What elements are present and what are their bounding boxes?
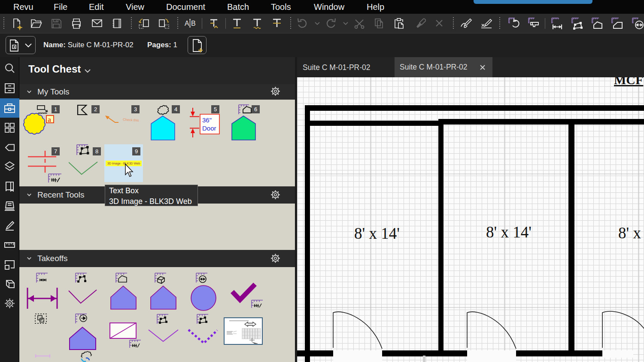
- svg-text:A: A: [185, 20, 189, 27]
- svg-text:B: B: [191, 20, 196, 27]
- svg-text:Check this: Check this: [123, 118, 139, 122]
- svg-text:36": 36": [202, 116, 212, 124]
- svg-text:a: a: [48, 116, 51, 123]
- svg-text:8' x 14': 8' x 14': [618, 224, 644, 242]
- svg-text:8' x 14': 8' x 14': [354, 225, 400, 242]
- svg-text:8' x 14': 8' x 14': [486, 223, 532, 241]
- svg-text:Door: Door: [202, 125, 216, 132]
